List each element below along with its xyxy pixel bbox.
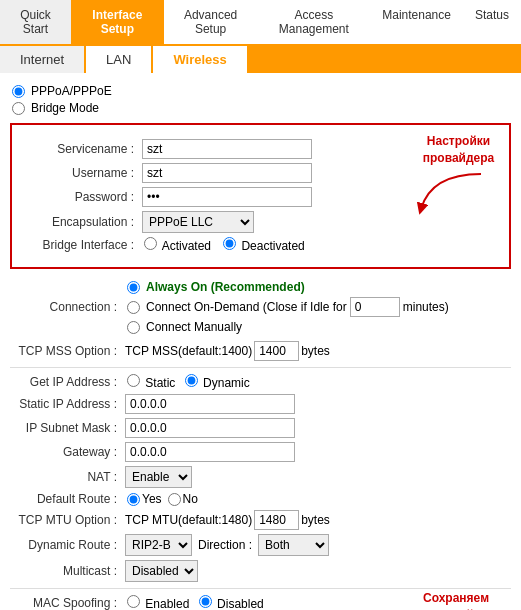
mac-enabled-label: Enabled (145, 597, 189, 610)
subnet-mask-row: IP Subnet Mask : (10, 418, 511, 438)
static-radio[interactable] (127, 374, 140, 387)
dynamic-route-row: Dynamic Route : RIP2-B RIP1 RIP2-M None … (10, 534, 511, 556)
gateway-row: Gateway : (10, 442, 511, 462)
nav-access-management[interactable]: Access Management (257, 0, 370, 44)
tcp-mss-row: TCP MSS Option : TCP MSS(default:1400) b… (10, 341, 511, 361)
provider-note: Настройки провайдера (411, 133, 506, 219)
pppoa-label: PPPoA/PPPoE (31, 84, 112, 98)
password-input[interactable] (142, 187, 312, 207)
bridge-row: Bridge Mode (10, 101, 511, 115)
connection-options: Always On (Recommended) Connect On-Deman… (125, 277, 449, 337)
nat-label: NAT : (10, 470, 125, 484)
tcp-mtu-unit: bytes (301, 513, 330, 527)
divider-1 (10, 367, 511, 368)
always-on-row: Always On (Recommended) (125, 280, 449, 294)
static-ip-row: Static IP Address : (10, 394, 511, 414)
mac-spoofing-label: MAC Spoofing : (10, 596, 125, 610)
tcp-mss-label: TCP MSS Option : (10, 344, 125, 358)
on-demand-label: Connect On-Demand (Close if Idle for (146, 300, 347, 314)
nav-quick-start[interactable]: Quick Start (0, 0, 71, 44)
dynamic-label: Dynamic (203, 376, 250, 390)
nat-select[interactable]: Enable Disable (125, 466, 192, 488)
bridge-label: Bridge Mode (31, 101, 99, 115)
username-label: Username : (27, 166, 142, 180)
default-route-row: Default Route : Yes No (10, 492, 511, 506)
nav-status[interactable]: Status (463, 0, 521, 44)
nat-row: NAT : Enable Disable (10, 466, 511, 488)
direction-select[interactable]: Both None TX Only RX Only (258, 534, 329, 556)
bridge-activated-radio[interactable] (144, 237, 157, 250)
mac-enabled-radio[interactable] (127, 595, 140, 608)
multicast-label: Multicast : (10, 564, 125, 578)
tcp-mtu-label: TCP MTU Option : (10, 513, 125, 527)
nav-advanced-setup[interactable]: Advanced Setup (164, 0, 258, 44)
on-demand-unit: minutes) (403, 300, 449, 314)
username-input[interactable] (142, 163, 312, 183)
on-demand-row: Connect On-Demand (Close if Idle for min… (125, 297, 449, 317)
multicast-row: Multicast : Disabled IGMP v1 IGMP v2 (10, 560, 511, 582)
mac-disabled-label: Disabled (217, 597, 264, 610)
bridge-interface-row: Bridge Interface : Activated Deactivated (27, 237, 494, 253)
tcp-mss-input[interactable] (254, 341, 299, 361)
password-label: Password : (27, 190, 142, 204)
bridge-radio[interactable] (12, 102, 25, 115)
default-route-no-label: No (183, 492, 198, 506)
dynamic-route-label: Dynamic Route : (10, 538, 125, 552)
get-ip-row: Get IP Address : Static Dynamic (10, 374, 511, 390)
gateway-label: Gateway : (10, 445, 125, 459)
subnav-wireless[interactable]: Wireless (153, 46, 246, 73)
bridge-deactivated-label: Deactivated (241, 239, 304, 253)
nav-maintenance[interactable]: Maintenance (370, 0, 463, 44)
always-on-radio[interactable] (127, 281, 140, 294)
multicast-select[interactable]: Disabled IGMP v1 IGMP v2 (125, 560, 198, 582)
connection-label: Connection : (10, 300, 125, 314)
on-demand-radio[interactable] (127, 301, 140, 314)
subnet-mask-label: IP Subnet Mask : (10, 421, 125, 435)
save-note: Сохраняем настройки (406, 590, 506, 610)
tcp-mtu-row: TCP MTU Option : TCP MTU(default:1480) b… (10, 510, 511, 530)
default-route-label: Default Route : (10, 492, 125, 506)
pppoa-row: PPPoA/PPPoE (10, 84, 511, 98)
tcp-mss-unit: bytes (301, 344, 330, 358)
gateway-input[interactable] (125, 442, 295, 462)
static-ip-label: Static IP Address : (10, 397, 125, 411)
divider-2 (10, 588, 511, 589)
get-ip-label: Get IP Address : (10, 375, 125, 389)
bridge-interface-options: Activated Deactivated (142, 237, 305, 253)
bridge-deactivated-radio[interactable] (223, 237, 236, 250)
direction-label: Direction : (198, 538, 252, 552)
mac-spoofing-options: Enabled Disabled (125, 595, 264, 610)
subnet-mask-input[interactable] (125, 418, 295, 438)
manually-row: Connect Manually (125, 320, 449, 334)
sub-navigation: Internet LAN Wireless (0, 46, 521, 73)
subnav-lan[interactable]: LAN (86, 46, 151, 73)
default-route-yes-radio[interactable] (127, 493, 140, 506)
bridge-activated-label: Activated (162, 239, 211, 253)
static-ip-input[interactable] (125, 394, 295, 414)
tcp-mtu-text: TCP MTU(default:1480) (125, 513, 252, 527)
tcp-mss-text: TCP MSS(default:1400) (125, 344, 252, 358)
default-route-no-radio[interactable] (168, 493, 181, 506)
top-navigation: Quick Start Interface Setup Advanced Set… (0, 0, 521, 46)
encapsulation-select[interactable]: PPPoE LLC PPPoA LLC PPPoA VC-Mux (142, 211, 254, 233)
dynamic-radio[interactable] (185, 374, 198, 387)
main-content: PPPoA/PPPoE Bridge Mode Servicename : Us… (0, 73, 521, 610)
default-route-yes-label: Yes (142, 492, 162, 506)
pppoa-radio[interactable] (12, 85, 25, 98)
always-on-label: Always On (Recommended) (146, 280, 305, 294)
subnav-internet[interactable]: Internet (0, 46, 84, 73)
servicename-label: Servicename : (27, 142, 142, 156)
mac-disabled-radio[interactable] (199, 595, 212, 608)
bridge-interface-label: Bridge Interface : (27, 238, 142, 252)
dynamic-route-select[interactable]: RIP2-B RIP1 RIP2-M None (125, 534, 192, 556)
tcp-mtu-input[interactable] (254, 510, 299, 530)
manually-radio[interactable] (127, 321, 140, 334)
provider-arrow (411, 169, 491, 219)
encapsulation-label: Encapsulation : (27, 215, 142, 229)
connection-row: Connection : Always On (Recommended) Con… (10, 277, 511, 337)
get-ip-options: Static Dynamic (125, 374, 250, 390)
nav-interface-setup[interactable]: Interface Setup (71, 0, 164, 44)
on-demand-minutes-input[interactable] (350, 297, 400, 317)
manually-label: Connect Manually (146, 320, 242, 334)
servicename-input[interactable] (142, 139, 312, 159)
